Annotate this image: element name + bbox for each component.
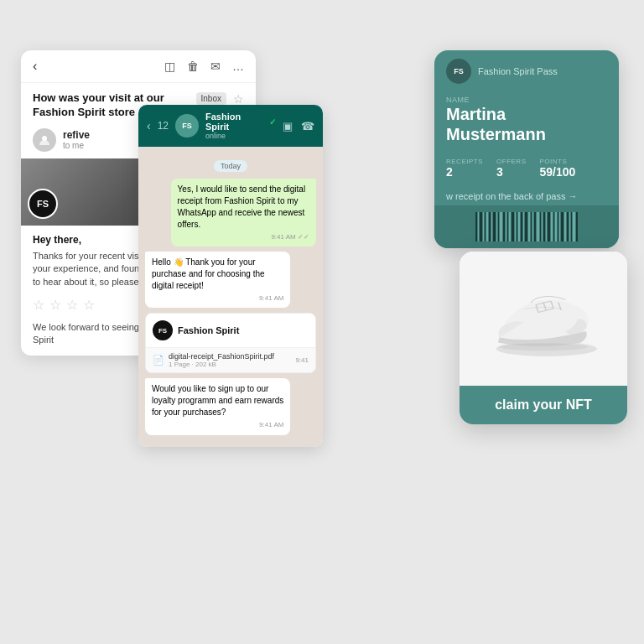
wa-chat-area: Today Yes, I would like to send the digi… xyxy=(138,147,323,447)
pass-receipt-text[interactable]: w receipt on the back of pass → xyxy=(434,185,619,205)
pass-stats: RECEIPTS 2 OFFERS 3 POINTS 59/100 xyxy=(434,151,619,185)
wa-video-icon[interactable]: ▣ xyxy=(283,120,293,132)
wa-file-info: digital-receipt_FashionSpirit.pdf 1 Page… xyxy=(169,352,274,368)
star-4[interactable]: ☆ xyxy=(83,297,95,313)
wa-date-badge: Today xyxy=(214,160,247,172)
offers-value: 3 xyxy=(496,165,526,179)
wa-file-time: 9:41 xyxy=(295,356,309,364)
points-label: POINTS xyxy=(539,158,575,165)
wa-file-meta: 1 Page · 202 kB xyxy=(169,361,274,368)
pass-name: Martina Mustermann xyxy=(446,104,607,144)
more-icon[interactable]: … xyxy=(232,60,244,73)
nft-cta-text: claim your NFT xyxy=(495,397,592,412)
star-3[interactable]: ☆ xyxy=(66,297,78,313)
barcode xyxy=(475,212,578,242)
wa-phone-icon[interactable]: ☎ xyxy=(301,120,314,132)
email-topbar-icons: ◫ 🗑 ✉ … xyxy=(164,60,244,73)
delete-icon[interactable]: 🗑 xyxy=(187,60,199,73)
pass-header: FS Fashion Spirit Pass xyxy=(434,50,619,92)
wa-header-icons: ▣ ☎ xyxy=(283,120,314,132)
wa-date-divider: Today xyxy=(145,157,316,172)
star-icon[interactable]: ☆ xyxy=(233,92,244,106)
wa-contact-avatar: FS xyxy=(175,114,199,138)
nft-footer[interactable]: claim your NFT xyxy=(460,386,627,424)
receipts-value: 2 xyxy=(446,165,483,179)
shoe-image xyxy=(480,268,606,369)
whatsapp-panel: ‹ 12 FS Fashion Spirit ✓ online ▣ ☎ Toda… xyxy=(138,105,323,447)
wa-sent-bubble: Yes, I would like to send the digital re… xyxy=(171,179,316,247)
wa-receipt-card: FS Fashion Spirit 📄 digital-receipt_Fash… xyxy=(145,313,316,373)
wa-contact-name: Fashion Spirit ✓ xyxy=(205,112,276,132)
offers-label: OFFERS xyxy=(496,158,526,165)
pass-title: Fashion Spirit Pass xyxy=(478,66,558,76)
mail-icon[interactable]: ✉ xyxy=(210,60,221,73)
wa-back-icon[interactable]: ‹ xyxy=(147,119,151,132)
back-icon[interactable]: ‹ xyxy=(33,59,37,74)
wa-pdf-icon: 📄 xyxy=(153,355,164,366)
star-2[interactable]: ☆ xyxy=(49,297,61,313)
wa-file-name: digital-receipt_FashionSpirit.pdf xyxy=(169,352,274,361)
wa-loyalty-time: 9:41 AM xyxy=(152,420,283,429)
pass-stat-points: POINTS 59/100 xyxy=(539,158,575,179)
points-value: 59/100 xyxy=(539,165,575,179)
pass-card: FS Fashion Spirit Pass NAME Martina Must… xyxy=(434,50,619,248)
wa-status: online xyxy=(205,132,276,140)
wa-verified-icon: ✓ xyxy=(269,117,276,127)
sender-avatar xyxy=(33,128,56,152)
wa-received-time: 9:41 AM xyxy=(152,293,283,303)
receipts-label: RECEIPTS xyxy=(446,158,483,165)
wa-receipt-brand: Fashion Spirit xyxy=(178,325,239,335)
email-topbar: ‹ ◫ 🗑 ✉ … xyxy=(21,50,256,83)
wa-contact-info: Fashion Spirit ✓ online xyxy=(205,112,276,140)
nft-card[interactable]: claim your NFT xyxy=(460,252,627,424)
pass-name-label: NAME xyxy=(446,96,607,104)
wa-loyalty-bubble: Would you like to sign up to our loyalty… xyxy=(145,378,290,434)
wa-header: ‹ 12 FS Fashion Spirit ✓ online ▣ ☎ xyxy=(138,105,323,147)
wa-count: 12 xyxy=(158,120,169,132)
pass-logo: FS xyxy=(446,59,471,84)
wa-receipt-logo: FS xyxy=(153,320,173,340)
pass-stat-receipts: RECEIPTS 2 xyxy=(446,158,483,179)
wa-received-bubble: Hello 👋 Thank you for your purchase and … xyxy=(145,252,290,308)
nft-image-area xyxy=(460,252,627,386)
pass-stat-offers: OFFERS 3 xyxy=(496,158,526,179)
pass-barcode-section xyxy=(434,205,619,248)
star-1[interactable]: ☆ xyxy=(33,297,44,313)
scene: ‹ ◫ 🗑 ✉ … How was your visit at our Fash… xyxy=(0,0,644,644)
wa-sent-time: 9:41 AM ✓✓ xyxy=(178,232,309,242)
pass-name-section: NAME Martina Mustermann xyxy=(434,92,619,151)
email-fs-logo: FS xyxy=(28,189,58,219)
inbox-badge: Inbox xyxy=(196,92,226,105)
archive-icon[interactable]: ◫ xyxy=(164,60,175,73)
wa-file-row[interactable]: 📄 digital-receipt_FashionSpirit.pdf 1 Pa… xyxy=(146,348,315,372)
wa-receipt-header: FS Fashion Spirit xyxy=(146,314,315,348)
svg-point-2 xyxy=(500,343,588,351)
